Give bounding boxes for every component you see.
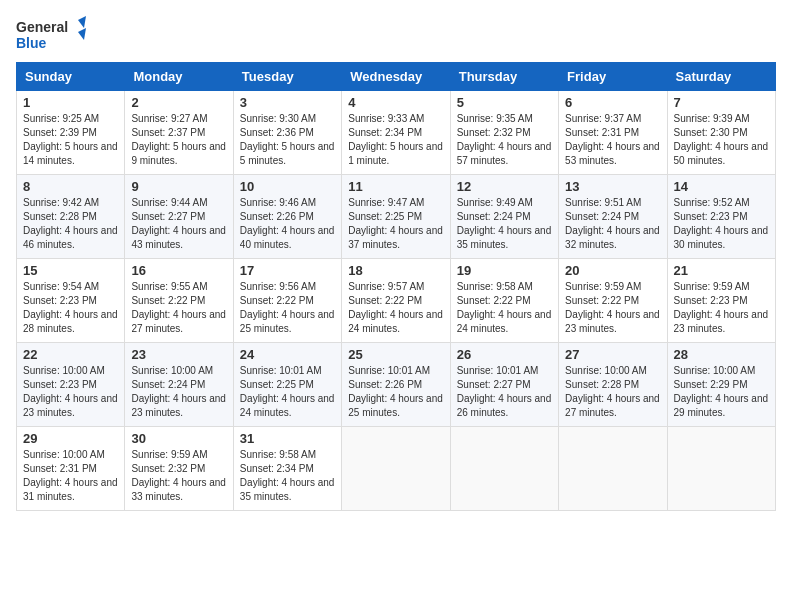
header-area: General Blue — [16, 16, 776, 54]
calendar-cell: 5Sunrise: 9:35 AMSunset: 2:32 PMDaylight… — [450, 91, 558, 175]
calendar-cell: 22Sunrise: 10:00 AMSunset: 2:23 PMDaylig… — [17, 343, 125, 427]
day-info: Sunrise: 9:33 AMSunset: 2:34 PMDaylight:… — [348, 112, 443, 168]
day-info: Sunrise: 9:59 AMSunset: 2:32 PMDaylight:… — [131, 448, 226, 504]
calendar-cell: 15Sunrise: 9:54 AMSunset: 2:23 PMDayligh… — [17, 259, 125, 343]
calendar-cell: 11Sunrise: 9:47 AMSunset: 2:25 PMDayligh… — [342, 175, 450, 259]
day-number: 18 — [348, 263, 443, 278]
day-number: 31 — [240, 431, 335, 446]
day-number: 5 — [457, 95, 552, 110]
day-info: Sunrise: 9:27 AMSunset: 2:37 PMDaylight:… — [131, 112, 226, 168]
calendar-cell — [559, 427, 667, 511]
calendar-cell: 6Sunrise: 9:37 AMSunset: 2:31 PMDaylight… — [559, 91, 667, 175]
calendar-week-1: 1Sunrise: 9:25 AMSunset: 2:39 PMDaylight… — [17, 91, 776, 175]
day-number: 16 — [131, 263, 226, 278]
day-info: Sunrise: 10:00 AMSunset: 2:24 PMDaylight… — [131, 364, 226, 420]
day-number: 9 — [131, 179, 226, 194]
calendar-cell: 3Sunrise: 9:30 AMSunset: 2:36 PMDaylight… — [233, 91, 341, 175]
calendar-cell: 30Sunrise: 9:59 AMSunset: 2:32 PMDayligh… — [125, 427, 233, 511]
day-number: 23 — [131, 347, 226, 362]
calendar-week-2: 8Sunrise: 9:42 AMSunset: 2:28 PMDaylight… — [17, 175, 776, 259]
day-info: Sunrise: 10:00 AMSunset: 2:31 PMDaylight… — [23, 448, 118, 504]
calendar-cell: 21Sunrise: 9:59 AMSunset: 2:23 PMDayligh… — [667, 259, 775, 343]
day-info: Sunrise: 9:58 AMSunset: 2:22 PMDaylight:… — [457, 280, 552, 336]
day-number: 13 — [565, 179, 660, 194]
day-info: Sunrise: 9:59 AMSunset: 2:23 PMDaylight:… — [674, 280, 769, 336]
day-number: 21 — [674, 263, 769, 278]
calendar-cell: 24Sunrise: 10:01 AMSunset: 2:25 PMDaylig… — [233, 343, 341, 427]
day-number: 6 — [565, 95, 660, 110]
day-info: Sunrise: 9:51 AMSunset: 2:24 PMDaylight:… — [565, 196, 660, 252]
calendar-cell: 19Sunrise: 9:58 AMSunset: 2:22 PMDayligh… — [450, 259, 558, 343]
calendar-cell: 31Sunrise: 9:58 AMSunset: 2:34 PMDayligh… — [233, 427, 341, 511]
day-number: 30 — [131, 431, 226, 446]
calendar-cell: 7Sunrise: 9:39 AMSunset: 2:30 PMDaylight… — [667, 91, 775, 175]
day-number: 19 — [457, 263, 552, 278]
day-number: 29 — [23, 431, 118, 446]
day-info: Sunrise: 9:54 AMSunset: 2:23 PMDaylight:… — [23, 280, 118, 336]
calendar-cell: 13Sunrise: 9:51 AMSunset: 2:24 PMDayligh… — [559, 175, 667, 259]
day-number: 27 — [565, 347, 660, 362]
day-info: Sunrise: 10:01 AMSunset: 2:26 PMDaylight… — [348, 364, 443, 420]
calendar: SundayMondayTuesdayWednesdayThursdayFrid… — [16, 62, 776, 511]
weekday-header-friday: Friday — [559, 63, 667, 91]
day-info: Sunrise: 9:44 AMSunset: 2:27 PMDaylight:… — [131, 196, 226, 252]
day-info: Sunrise: 9:42 AMSunset: 2:28 PMDaylight:… — [23, 196, 118, 252]
calendar-cell: 14Sunrise: 9:52 AMSunset: 2:23 PMDayligh… — [667, 175, 775, 259]
calendar-cell: 9Sunrise: 9:44 AMSunset: 2:27 PMDaylight… — [125, 175, 233, 259]
weekday-header-monday: Monday — [125, 63, 233, 91]
svg-marker-2 — [78, 16, 86, 28]
day-number: 8 — [23, 179, 118, 194]
day-info: Sunrise: 9:35 AMSunset: 2:32 PMDaylight:… — [457, 112, 552, 168]
day-info: Sunrise: 10:01 AMSunset: 2:27 PMDaylight… — [457, 364, 552, 420]
calendar-cell: 2Sunrise: 9:27 AMSunset: 2:37 PMDaylight… — [125, 91, 233, 175]
day-info: Sunrise: 9:56 AMSunset: 2:22 PMDaylight:… — [240, 280, 335, 336]
calendar-header-row: SundayMondayTuesdayWednesdayThursdayFrid… — [17, 63, 776, 91]
calendar-cell: 10Sunrise: 9:46 AMSunset: 2:26 PMDayligh… — [233, 175, 341, 259]
day-number: 3 — [240, 95, 335, 110]
day-number: 14 — [674, 179, 769, 194]
calendar-week-5: 29Sunrise: 10:00 AMSunset: 2:31 PMDaylig… — [17, 427, 776, 511]
calendar-cell: 23Sunrise: 10:00 AMSunset: 2:24 PMDaylig… — [125, 343, 233, 427]
day-info: Sunrise: 9:59 AMSunset: 2:22 PMDaylight:… — [565, 280, 660, 336]
day-info: Sunrise: 10:00 AMSunset: 2:29 PMDaylight… — [674, 364, 769, 420]
calendar-cell: 4Sunrise: 9:33 AMSunset: 2:34 PMDaylight… — [342, 91, 450, 175]
calendar-cell: 1Sunrise: 9:25 AMSunset: 2:39 PMDaylight… — [17, 91, 125, 175]
day-number: 10 — [240, 179, 335, 194]
calendar-cell — [342, 427, 450, 511]
day-info: Sunrise: 9:39 AMSunset: 2:30 PMDaylight:… — [674, 112, 769, 168]
day-number: 11 — [348, 179, 443, 194]
day-number: 15 — [23, 263, 118, 278]
day-number: 28 — [674, 347, 769, 362]
day-number: 17 — [240, 263, 335, 278]
day-info: Sunrise: 10:00 AMSunset: 2:28 PMDaylight… — [565, 364, 660, 420]
day-number: 7 — [674, 95, 769, 110]
day-info: Sunrise: 9:55 AMSunset: 2:22 PMDaylight:… — [131, 280, 226, 336]
calendar-cell: 29Sunrise: 10:00 AMSunset: 2:31 PMDaylig… — [17, 427, 125, 511]
weekday-header-wednesday: Wednesday — [342, 63, 450, 91]
calendar-cell: 26Sunrise: 10:01 AMSunset: 2:27 PMDaylig… — [450, 343, 558, 427]
day-info: Sunrise: 9:25 AMSunset: 2:39 PMDaylight:… — [23, 112, 118, 168]
day-number: 26 — [457, 347, 552, 362]
calendar-cell: 12Sunrise: 9:49 AMSunset: 2:24 PMDayligh… — [450, 175, 558, 259]
calendar-cell — [450, 427, 558, 511]
calendar-cell — [667, 427, 775, 511]
calendar-cell: 17Sunrise: 9:56 AMSunset: 2:22 PMDayligh… — [233, 259, 341, 343]
day-number: 1 — [23, 95, 118, 110]
day-info: Sunrise: 9:46 AMSunset: 2:26 PMDaylight:… — [240, 196, 335, 252]
weekday-header-sunday: Sunday — [17, 63, 125, 91]
day-number: 2 — [131, 95, 226, 110]
logo-svg: General Blue — [16, 16, 86, 54]
calendar-cell: 8Sunrise: 9:42 AMSunset: 2:28 PMDaylight… — [17, 175, 125, 259]
weekday-header-saturday: Saturday — [667, 63, 775, 91]
day-info: Sunrise: 10:01 AMSunset: 2:25 PMDaylight… — [240, 364, 335, 420]
day-info: Sunrise: 9:58 AMSunset: 2:34 PMDaylight:… — [240, 448, 335, 504]
day-info: Sunrise: 10:00 AMSunset: 2:23 PMDaylight… — [23, 364, 118, 420]
calendar-cell: 20Sunrise: 9:59 AMSunset: 2:22 PMDayligh… — [559, 259, 667, 343]
day-number: 4 — [348, 95, 443, 110]
day-info: Sunrise: 9:47 AMSunset: 2:25 PMDaylight:… — [348, 196, 443, 252]
calendar-cell: 16Sunrise: 9:55 AMSunset: 2:22 PMDayligh… — [125, 259, 233, 343]
day-info: Sunrise: 9:49 AMSunset: 2:24 PMDaylight:… — [457, 196, 552, 252]
svg-marker-3 — [78, 28, 86, 40]
weekday-header-thursday: Thursday — [450, 63, 558, 91]
calendar-cell: 25Sunrise: 10:01 AMSunset: 2:26 PMDaylig… — [342, 343, 450, 427]
